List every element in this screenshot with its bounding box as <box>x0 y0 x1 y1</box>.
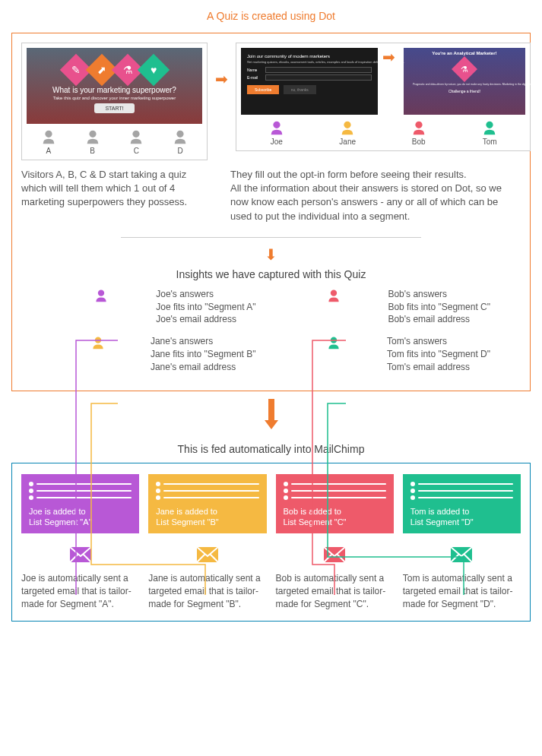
person-icon <box>481 119 498 136</box>
envelope-icon <box>21 547 139 566</box>
optin-result-panel: Join our community of modern marketers G… <box>236 43 531 151</box>
visitor-bob: Bob <box>410 119 427 146</box>
badge-heart-icon: ♥ <box>137 54 169 86</box>
visitor-d: D <box>172 128 189 155</box>
svg-point-8 <box>97 289 103 296</box>
segments-row: Joe is added toList Segment "A" Jane is … <box>21 474 521 534</box>
arrow-down-icon: ⬇ <box>21 245 521 264</box>
insight-line: Tom fits into "Segment D" <box>387 348 490 361</box>
svg-rect-12 <box>268 399 274 420</box>
insight-line: Jane's email address <box>151 361 256 374</box>
svg-point-4 <box>273 122 280 128</box>
optin-form: Join our community of modern marketers G… <box>241 48 378 115</box>
svg-point-3 <box>177 131 184 138</box>
named-visitors-row: JoeJaneBobTom <box>241 119 525 146</box>
person-icon <box>172 128 189 145</box>
envelope-icon <box>148 547 266 566</box>
svg-marker-13 <box>265 420 278 429</box>
email-description: Tom is automatically sent a targeted ema… <box>403 547 521 610</box>
challenge-text: Challenge a friend! <box>407 89 522 93</box>
visitor-b: B <box>84 128 101 155</box>
envelope-icon <box>403 547 521 566</box>
mailchimp-title: This is fed automatically into MailChimp <box>4 443 538 455</box>
svg-point-1 <box>89 131 96 138</box>
quiz-hero: ✎ ⬈ ⚗ ♥ What is your marketing superpowe… <box>27 48 202 124</box>
optin-subtitle: Get marketing quizzes, ebooks, assessmen… <box>247 60 372 64</box>
svg-point-7 <box>487 122 493 128</box>
person-icon <box>128 128 144 145</box>
email-description: Joe is automatically sent a targeted ema… <box>21 547 139 610</box>
arrow-down-big-icon <box>4 399 538 432</box>
visitor-tom: Tom <box>481 119 498 146</box>
insight-jane: Jane's answersJane fits into "Segment B"… <box>52 335 256 373</box>
name-label: Name <box>247 68 262 72</box>
name-input[interactable] <box>265 67 372 73</box>
insight-line: Bob's answers <box>388 288 490 301</box>
segment-label: Bob is added toList Segment "C" <box>284 506 386 528</box>
insights-title: Insights we have captured with this Quiz <box>21 268 521 280</box>
insight-line: Jane's answers <box>151 335 256 348</box>
insight-line: Joe's answers <box>156 288 255 301</box>
person-icon <box>84 128 101 145</box>
insight-bob: Bob's answersBob fits into "Segment C"Bo… <box>287 288 491 326</box>
start-button[interactable]: START! <box>94 103 134 113</box>
mailchimp-section: Joe is added toList Segment "A" Jane is … <box>11 463 531 622</box>
insight-joe: Joe's answersJoe fits into "Segment A"Jo… <box>52 288 256 326</box>
result-badge-icon: ⚗ <box>452 56 477 82</box>
segment-label: Jane is added toList Segment "B" <box>156 506 258 528</box>
svg-point-5 <box>344 122 351 128</box>
person-icon <box>90 335 106 350</box>
main-title: A Quiz is created using Dot <box>4 10 538 22</box>
result-card: You're an Analytical Marketer! ⚗ Pragmat… <box>404 48 525 115</box>
result-text: Pragmatic and data-driven by nature, you… <box>413 83 516 86</box>
segment-card: Tom is added toList Segment "D" <box>403 474 521 534</box>
email-description: Bob is automatically sent a targeted ema… <box>276 547 394 610</box>
svg-point-0 <box>45 131 52 138</box>
visitor-a: A <box>40 128 57 155</box>
email-description: Jane is automatically sent a targeted em… <box>148 547 266 610</box>
visitor-joe: Joe <box>268 119 285 146</box>
divider <box>121 237 420 238</box>
person-icon <box>339 119 356 136</box>
left-description: Visitors A, B, C & D start taking a quiz… <box>21 168 208 210</box>
quiz-section: ✎ ⬈ ⚗ ♥ What is your marketing superpowe… <box>11 33 531 391</box>
segment-card: Jane is added toList Segment "B" <box>148 474 266 534</box>
segment-label: Joe is added toList Segment "A" <box>29 506 132 528</box>
svg-point-6 <box>415 122 422 128</box>
subscribe-button[interactable]: Subscribe <box>247 85 279 94</box>
insight-line: Jane fits into "Segment B" <box>151 348 256 361</box>
insight-tom: Tom's answersTom fits into "Segment D"To… <box>287 335 491 373</box>
no-thanks-button[interactable]: no, thanks <box>284 85 316 94</box>
svg-point-2 <box>133 131 140 138</box>
insight-line: Tom's answers <box>387 335 490 348</box>
svg-point-10 <box>95 337 101 343</box>
person-icon <box>326 335 341 350</box>
email-label: E-mail <box>247 75 262 80</box>
right-description: They fill out the opt-in form before see… <box>230 168 521 223</box>
envelope-icon <box>276 547 394 566</box>
visitor-c: C <box>128 128 144 155</box>
insight-line: Joe fits into "Segment A" <box>156 301 255 314</box>
quiz-start-panel: ✎ ⬈ ⚗ ♥ What is your marketing superpowe… <box>21 43 208 160</box>
email-input[interactable] <box>265 74 372 81</box>
person-icon <box>94 288 109 303</box>
visitors-row: ABCD <box>27 128 202 155</box>
person-icon <box>410 119 427 136</box>
hero-title: What is your marketing superpower? <box>52 86 176 94</box>
segment-label: Tom is added toList Segment "D" <box>410 506 513 528</box>
optin-title: Join our community of modern marketers <box>247 54 372 59</box>
segment-card: Joe is added toList Segment "A" <box>21 474 139 534</box>
result-title: You're an Analytical Marketer! <box>407 51 522 55</box>
insight-line: Bob's email address <box>388 313 490 326</box>
insight-line: Joe's email address <box>156 313 255 326</box>
arrow-right-icon: ➡ <box>215 70 228 88</box>
person-icon <box>326 288 341 303</box>
person-icon <box>40 128 57 145</box>
person-icon <box>268 119 285 136</box>
emails-row: Joe is automatically sent a targeted ema… <box>21 547 521 610</box>
hero-subtitle: Take this quiz and discover your inner m… <box>53 96 176 100</box>
segment-card: Bob is added toList Segment "C" <box>276 474 394 534</box>
insight-line: Bob fits into "Segment C" <box>388 301 490 314</box>
svg-point-11 <box>331 337 337 343</box>
visitor-jane: Jane <box>339 119 356 146</box>
